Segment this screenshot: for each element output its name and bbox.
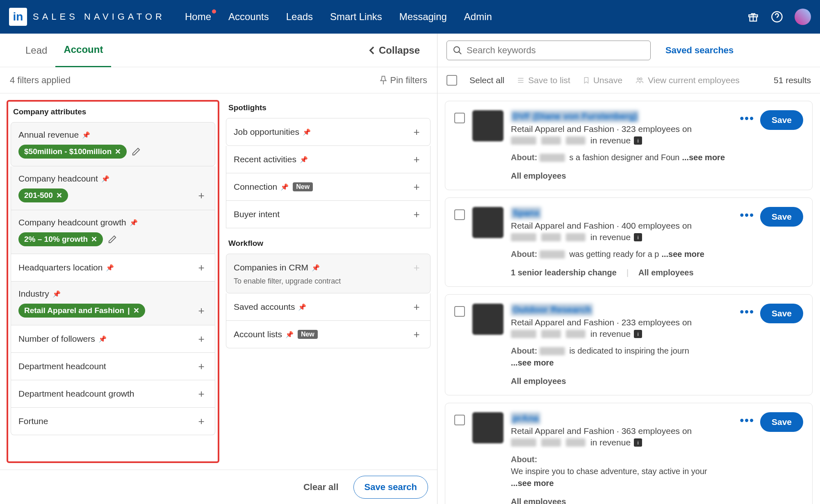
pin-icon[interactable]: 📌: [285, 331, 294, 338]
save-account-button[interactable]: Save: [760, 412, 803, 432]
company-name-link[interactable]: Spanx: [511, 207, 541, 219]
pin-icon[interactable]: 📌: [98, 335, 107, 343]
save-account-button[interactable]: Save: [760, 304, 803, 323]
add-filter-icon[interactable]: +: [195, 360, 207, 372]
pin-icon[interactable]: 📌: [106, 264, 114, 272]
tab-account[interactable]: Account: [55, 34, 111, 67]
result-checkbox[interactable]: [454, 306, 465, 317]
tab-lead[interactable]: Lead: [17, 34, 55, 67]
add-filter-icon[interactable]: +: [195, 333, 207, 345]
add-filter-value-icon[interactable]: +: [195, 304, 207, 317]
filter-dept-headcount-growth[interactable]: Department headcount growth+: [11, 380, 215, 408]
filter-annual-revenue[interactable]: Annual revenue 📌 $50million - $100millio…: [11, 122, 215, 166]
add-filter-icon[interactable]: +: [195, 261, 207, 274]
see-more-link[interactable]: ...see more: [511, 479, 554, 488]
company-logo[interactable]: [472, 412, 503, 443]
info-icon[interactable]: i: [634, 233, 642, 241]
remove-pill-icon[interactable]: ✕: [91, 235, 97, 244]
remove-pill-icon[interactable]: ✕: [133, 306, 139, 315]
result-checkbox[interactable]: [454, 209, 465, 220]
nav-messaging[interactable]: Messaging: [399, 11, 447, 23]
nav-accounts[interactable]: Accounts: [228, 11, 269, 23]
info-icon[interactable]: i: [634, 330, 642, 338]
clear-all-button[interactable]: Clear all: [296, 476, 346, 498]
pin-icon[interactable]: 📌: [280, 183, 289, 191]
referral-gift-icon[interactable]: [747, 11, 759, 23]
remove-pill-icon[interactable]: ✕: [56, 191, 62, 200]
add-filter-value-icon[interactable]: +: [195, 189, 207, 202]
filter-company-headcount[interactable]: Company headcount 📌 201-500✕ +: [11, 166, 215, 210]
add-filter-icon[interactable]: +: [195, 415, 207, 427]
result-checkbox[interactable]: [454, 415, 465, 425]
add-filter-icon[interactable]: +: [410, 126, 423, 138]
result-footer-link[interactable]: All employees: [511, 497, 566, 504]
filter-industry[interactable]: Industry📌 Retail Apparel and Fashion|✕ +: [11, 282, 215, 325]
more-actions-button[interactable]: •••: [740, 304, 754, 318]
more-actions-button[interactable]: •••: [740, 110, 754, 125]
see-more-link[interactable]: ...see more: [682, 153, 725, 162]
filter-pill-growth[interactable]: 2% – 10% growth✕: [18, 232, 103, 246]
nav-home[interactable]: Home: [185, 11, 211, 23]
company-logo[interactable]: [472, 110, 503, 141]
user-avatar[interactable]: [795, 9, 811, 25]
pin-icon[interactable]: 📌: [300, 156, 308, 163]
pin-filters-button[interactable]: Pin filters: [380, 75, 427, 86]
nav-admin[interactable]: Admin: [464, 11, 492, 23]
filter-headcount-growth[interactable]: Company headcount growth 📌 2% – 10% grow…: [11, 210, 215, 254]
result-footer-link[interactable]: All employees: [511, 377, 566, 386]
filter-fortune[interactable]: Fortune+: [11, 408, 215, 435]
add-filter-icon[interactable]: +: [410, 301, 423, 313]
pin-icon[interactable]: 📌: [298, 303, 306, 311]
filter-pill-industry[interactable]: Retail Apparel and Fashion|✕: [18, 304, 145, 318]
company-name-link[interactable]: Outdoor Research: [511, 304, 593, 316]
filter-followers[interactable]: Number of followers📌+: [11, 325, 215, 353]
company-logo[interactable]: [472, 304, 503, 335]
filter-job-opportunities[interactable]: Job opportunities📌+: [226, 118, 430, 146]
unsave-button[interactable]: Unsave: [583, 75, 622, 85]
filter-hq-location[interactable]: Headquarters location📌+: [11, 254, 215, 282]
save-account-button[interactable]: Save: [760, 207, 803, 227]
result-footer-link[interactable]: All employees: [511, 171, 566, 181]
result-footer-link[interactable]: 1 senior leadership change: [511, 268, 617, 277]
info-icon[interactable]: i: [634, 438, 642, 447]
pin-icon[interactable]: 📌: [52, 290, 61, 298]
pin-icon[interactable]: 📌: [130, 219, 138, 227]
company-logo[interactable]: [472, 207, 503, 238]
filter-pill-revenue[interactable]: $50million - $100million✕: [18, 145, 127, 159]
filter-pill-headcount[interactable]: 201-500✕: [18, 188, 68, 202]
view-employees-button[interactable]: View current employees: [635, 75, 740, 85]
save-to-list-button[interactable]: Save to list: [517, 75, 570, 85]
result-footer-link[interactable]: All employees: [638, 268, 694, 277]
save-account-button[interactable]: Save: [760, 110, 803, 130]
saved-searches-link[interactable]: Saved searches: [665, 45, 733, 56]
add-filter-icon[interactable]: +: [410, 328, 423, 341]
result-checkbox[interactable]: [454, 113, 465, 123]
save-search-button[interactable]: Save search: [353, 476, 428, 499]
filter-account-lists[interactable]: Account lists📌New+: [226, 321, 430, 348]
help-icon[interactable]: [771, 11, 783, 23]
more-actions-button[interactable]: •••: [740, 412, 754, 427]
nav-leads[interactable]: Leads: [286, 11, 313, 23]
edit-filter-icon[interactable]: [132, 147, 141, 156]
add-filter-icon[interactable]: +: [195, 388, 207, 400]
company-name-link[interactable]: DVF (Diane von Furstenberg): [511, 110, 639, 123]
pin-icon[interactable]: 📌: [101, 175, 109, 183]
info-icon[interactable]: i: [634, 136, 642, 145]
pin-icon[interactable]: 📌: [303, 128, 311, 136]
remove-pill-icon[interactable]: ✕: [115, 147, 121, 156]
see-more-link[interactable]: ...see more: [511, 358, 554, 368]
filter-buyer-intent[interactable]: Buyer intent+: [226, 201, 430, 228]
filter-saved-accounts[interactable]: Saved accounts📌+: [226, 293, 430, 321]
collapse-filters-button[interactable]: Collapse: [369, 45, 420, 56]
select-all-checkbox[interactable]: [446, 75, 457, 86]
more-actions-button[interactable]: •••: [740, 207, 754, 222]
add-filter-icon[interactable]: +: [410, 153, 423, 166]
filter-recent-activities[interactable]: Recent activities📌+: [226, 146, 430, 173]
nav-smart-links[interactable]: Smart Links: [330, 11, 382, 23]
see-more-link[interactable]: ...see more: [661, 250, 704, 259]
pin-icon[interactable]: 📌: [82, 131, 90, 139]
filter-dept-headcount[interactable]: Department headcount+: [11, 353, 215, 380]
select-all-label[interactable]: Select all: [469, 75, 504, 85]
edit-filter-icon[interactable]: [108, 235, 117, 244]
company-name-link[interactable]: prAna: [511, 412, 540, 425]
